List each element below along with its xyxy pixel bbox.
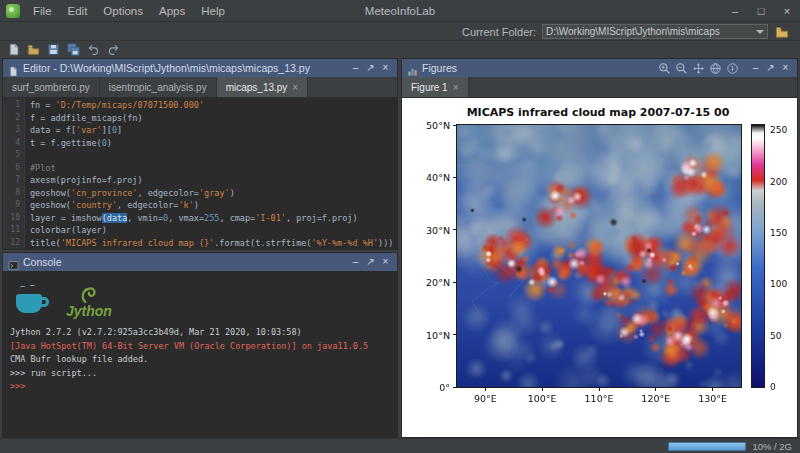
- y-tick-mark: [453, 177, 456, 178]
- menu-bar: FileEditOptionsAppsHelp: [25, 0, 233, 21]
- window-controls: –□×: [722, 0, 800, 21]
- redo-icon[interactable]: [107, 43, 120, 56]
- line-number: 4: [3, 138, 20, 151]
- current-folder-value: D:\Working\MIScript\Jython\mis\micaps: [546, 26, 753, 37]
- figures-panel-controls: –↗×: [749, 59, 792, 77]
- window-maximize-button[interactable]: □: [748, 0, 774, 21]
- menu-edit[interactable]: Edit: [60, 0, 96, 22]
- x-tick-mark: [712, 388, 713, 391]
- chart-icon: [407, 63, 418, 74]
- code-line: geoshow('country', edgecolor='k'): [30, 200, 397, 213]
- menu-options[interactable]: Options: [95, 0, 151, 22]
- console-output-area[interactable]: ~ ~ Jython Jython 2.7.2 (v2.7.2:925a3cc3…: [3, 271, 397, 437]
- open-file-icon[interactable]: [27, 43, 40, 56]
- menu-help[interactable]: Help: [193, 0, 233, 22]
- new-file-icon[interactable]: [7, 43, 20, 56]
- panel-float-button[interactable]: ↗: [364, 59, 377, 77]
- memory-progressbar[interactable]: [668, 442, 746, 451]
- identify-icon[interactable]: [726, 62, 739, 75]
- full-extent-icon[interactable]: [709, 62, 722, 75]
- colorbar-tick-label: 150: [770, 228, 796, 238]
- undo-icon[interactable]: [87, 43, 100, 56]
- y-tick-mark: [453, 125, 456, 126]
- editor-panel: Editor - D:\Working\MIScript\Jython\mis\…: [2, 58, 398, 250]
- x-tick-label: 120°E: [631, 393, 681, 404]
- line-number: 10: [3, 213, 20, 226]
- y-tick-label: 50°N: [416, 120, 450, 131]
- line-number: 5: [3, 150, 20, 163]
- main-toolbar: [0, 42, 800, 57]
- zoom-in-icon[interactable]: [658, 62, 671, 75]
- colorbar-tick-label: 0: [770, 382, 796, 392]
- jython-logo-text: Jython: [66, 305, 112, 318]
- console-panel-header: Console –↗×: [3, 253, 397, 271]
- y-tick-label: 20°N: [416, 277, 450, 288]
- line-number: 12: [3, 238, 20, 250]
- code-line: colorbar(layer): [30, 225, 397, 238]
- editor-tabbar: surf_sombrero.pyisentropic_analysis.pymi…: [3, 77, 397, 98]
- steam-icon: ~ ~: [19, 280, 36, 292]
- jython-cup-icon: ~ ~: [16, 285, 50, 315]
- tab-label: isentropic_analysis.py: [109, 82, 207, 93]
- tab-label: micaps_13.py: [226, 82, 288, 93]
- line-number: 8: [3, 188, 20, 201]
- save-icon[interactable]: [47, 43, 60, 56]
- line-number: 1: [3, 100, 20, 113]
- console-line: Jython 2.7.2 (v2.7.2:925a3cc3b49d, Mar 2…: [10, 326, 390, 340]
- panel-minimize-button[interactable]: –: [349, 253, 362, 271]
- code-editor[interactable]: 123456789101112 fn = 'D:/Temp/micaps/070…: [3, 98, 397, 249]
- figure-plot-area: MICAPS infrared cloud map 2007-07-15 00 …: [402, 98, 797, 437]
- zoom-out-icon[interactable]: [675, 62, 688, 75]
- panel-minimize-button[interactable]: –: [349, 59, 362, 77]
- window-close-button[interactable]: ×: [774, 0, 800, 21]
- map-axes: [456, 124, 742, 388]
- current-folder-combobox[interactable]: D:\Working\MIScript\Jython\mis\micaps: [542, 24, 768, 39]
- console-line: [Java HotSpot(TM) 64-Bit Server VM (Orac…: [10, 340, 390, 354]
- menu-apps[interactable]: Apps: [151, 0, 193, 22]
- line-number: 11: [3, 225, 20, 238]
- panel-float-button[interactable]: ↗: [764, 59, 777, 77]
- console-line: CMA Bufr lookup file added.: [10, 353, 390, 367]
- editor-tab-isentropic_analysis.py[interactable]: isentropic_analysis.py: [100, 77, 217, 97]
- tab-close-icon[interactable]: ×: [292, 82, 298, 93]
- line-number: 2: [3, 113, 20, 126]
- y-tick-mark: [453, 334, 456, 335]
- jython-swirl-icon: [78, 283, 100, 305]
- figures-panel: Figures –↗× Figure 1 × MICAPS infrared c…: [401, 58, 798, 438]
- dropdown-arrow-icon[interactable]: [756, 30, 764, 34]
- colorbar-tick-label: 250: [770, 125, 796, 135]
- x-tick-label: 110°E: [574, 393, 624, 404]
- satellite-cloud-map[interactable]: [457, 125, 741, 387]
- code-line: fn = 'D:/Temp/micaps/07071500.000': [30, 100, 397, 113]
- line-number: 7: [3, 175, 20, 188]
- window-minimize-button[interactable]: –: [722, 0, 748, 21]
- code-line: f = addfile_micaps(fn): [30, 113, 397, 126]
- menu-file[interactable]: File: [25, 0, 60, 22]
- tab-close-icon[interactable]: ×: [453, 82, 459, 93]
- tab-label: Figure 1: [411, 82, 448, 93]
- editor-tab-surf_sombrero.py[interactable]: surf_sombrero.py: [3, 77, 100, 97]
- terminal-icon: [8, 257, 19, 268]
- code-line: axesm(projinfo=f.proj): [30, 175, 397, 188]
- browse-folder-button[interactable]: [774, 25, 790, 39]
- code-line: title('MICAPS infrared cloud map {}'.for…: [30, 238, 397, 250]
- x-tick-mark: [599, 388, 600, 391]
- code-line: geoshow('cn_province', edgecolor='gray'): [30, 188, 397, 201]
- figures-panel-header: Figures –↗×: [402, 59, 797, 77]
- save-all-icon[interactable]: [67, 43, 80, 56]
- panel-close-button[interactable]: ×: [379, 253, 392, 271]
- code-area[interactable]: fn = 'D:/Temp/micaps/07071500.000'f = ad…: [25, 98, 397, 249]
- code-line: data = f['var'][0]: [30, 125, 397, 138]
- panel-float-button[interactable]: ↗: [364, 253, 377, 271]
- panel-close-button[interactable]: ×: [379, 59, 392, 77]
- console-panel-title: Console: [23, 256, 345, 268]
- colorbar: [751, 124, 765, 388]
- panel-minimize-button[interactable]: –: [749, 59, 762, 77]
- panel-close-button[interactable]: ×: [779, 59, 792, 77]
- jython-banner: ~ ~ Jython: [10, 274, 390, 326]
- editor-tab-micaps_13.py[interactable]: micaps_13.py×: [217, 77, 309, 97]
- current-folder-label: Current Folder:: [462, 26, 536, 38]
- pan-icon[interactable]: [692, 62, 705, 75]
- editor-panel-controls: –↗×: [349, 59, 392, 77]
- figure-tab[interactable]: Figure 1 ×: [402, 77, 469, 97]
